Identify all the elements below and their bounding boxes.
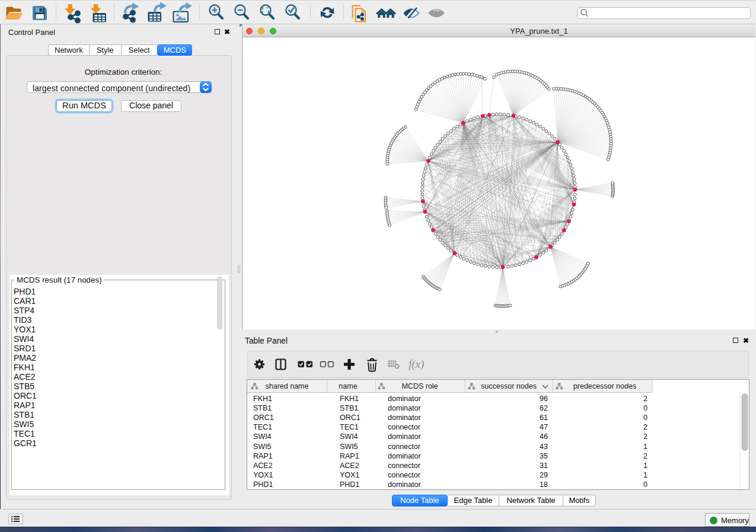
svg-text:dominator: dominator <box>388 395 421 403</box>
svg-text:RAP1: RAP1 <box>253 452 273 460</box>
svg-text:61: 61 <box>540 414 548 422</box>
svg-text:PHD1: PHD1 <box>253 480 273 489</box>
svg-text:ACE2: ACE2 <box>340 462 359 470</box>
svg-text:FKH1: FKH1 <box>340 395 359 403</box>
svg-text:dominator: dominator <box>388 432 421 441</box>
svg-text:62: 62 <box>540 404 548 412</box>
svg-text:TEC1: TEC1 <box>253 423 272 431</box>
svg-text:2: 2 <box>643 423 647 431</box>
svg-text:YOX1: YOX1 <box>340 471 359 479</box>
svg-text:ACE2: ACE2 <box>253 462 273 470</box>
svg-text:46: 46 <box>540 432 548 441</box>
svg-text:connector: connector <box>388 462 420 470</box>
svg-text:STB1: STB1 <box>253 404 272 412</box>
svg-text:name: name <box>339 382 357 390</box>
svg-text:35: 35 <box>540 452 548 460</box>
svg-text:SWI5: SWI5 <box>253 443 272 451</box>
svg-text:ORC1: ORC1 <box>340 414 361 422</box>
svg-text:successor nodes: successor nodes <box>481 382 537 390</box>
svg-text:shared name: shared name <box>266 382 309 390</box>
svg-text:1: 1 <box>643 443 647 451</box>
svg-text:FKH1: FKH1 <box>253 395 272 403</box>
svg-text:31: 31 <box>540 462 548 470</box>
svg-text:96: 96 <box>540 395 548 403</box>
svg-text:SWI5: SWI5 <box>340 443 358 451</box>
svg-text:SWI4: SWI4 <box>253 432 272 441</box>
svg-text:1: 1 <box>643 462 647 470</box>
svg-text:0: 0 <box>643 404 647 412</box>
svg-text:0: 0 <box>643 414 647 422</box>
svg-text:dominator: dominator <box>388 404 421 412</box>
svg-text:predecessor nodes: predecessor nodes <box>573 382 636 390</box>
svg-text:2: 2 <box>643 432 647 441</box>
svg-text:18: 18 <box>540 480 548 489</box>
svg-text:29: 29 <box>540 471 548 479</box>
svg-text:1: 1 <box>643 471 647 479</box>
svg-text:connector: connector <box>388 423 420 431</box>
svg-text:dominator: dominator <box>388 452 421 460</box>
svg-text:TEC1: TEC1 <box>340 423 359 431</box>
svg-text:47: 47 <box>540 423 548 431</box>
svg-text:MCDS role: MCDS role <box>401 382 438 390</box>
svg-text:connector: connector <box>388 443 420 451</box>
svg-text:dominator: dominator <box>388 414 421 422</box>
svg-text:dominator: dominator <box>388 480 421 489</box>
svg-text:YOX1: YOX1 <box>253 471 273 479</box>
svg-text:2: 2 <box>643 395 647 403</box>
svg-text:2: 2 <box>643 452 647 460</box>
svg-text:SWI4: SWI4 <box>340 432 358 441</box>
svg-text:connector: connector <box>388 471 420 479</box>
svg-text:PHD1: PHD1 <box>340 480 359 489</box>
svg-text:ORC1: ORC1 <box>253 414 274 422</box>
svg-text:f(x): f(x) <box>409 358 424 371</box>
svg-text:0: 0 <box>643 480 647 489</box>
svg-text:43: 43 <box>540 443 548 451</box>
svg-text:RAP1: RAP1 <box>340 452 359 460</box>
svg-text:STB1: STB1 <box>340 404 358 412</box>
